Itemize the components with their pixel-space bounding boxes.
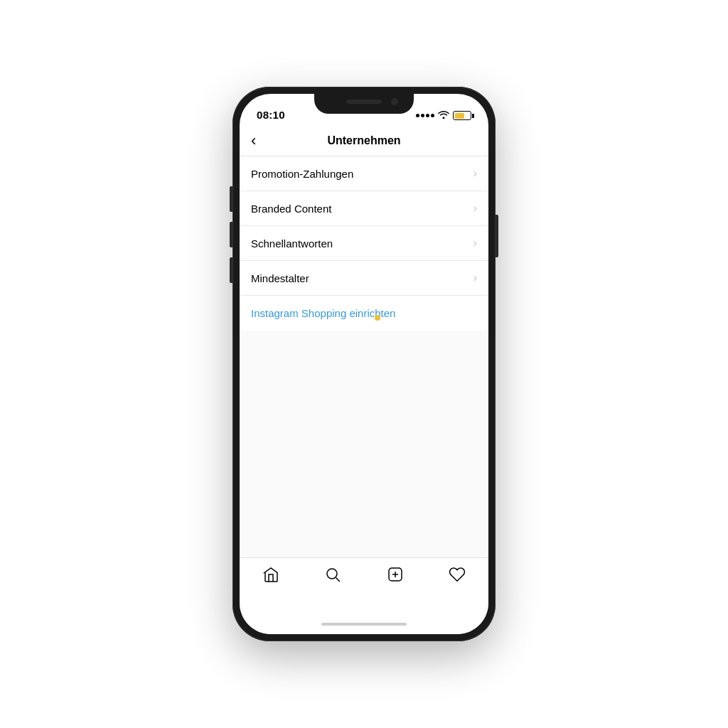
menu-item-label-quick-replies: Schnellantworten	[251, 237, 333, 250]
volume-down-button	[230, 257, 232, 283]
menu-item-label-branded: Branded Content	[251, 203, 331, 215]
chevron-right-icon: ›	[473, 202, 477, 215]
menu-list: Promotion-Zahlungen › Branded Content › …	[240, 156, 488, 331]
heart-icon	[448, 565, 466, 584]
tab-home[interactable]	[253, 565, 289, 584]
battery-icon	[453, 111, 471, 120]
menu-item-branded-content[interactable]: Branded Content ›	[240, 191, 488, 226]
signal-icon	[416, 114, 434, 117]
home-indicator	[240, 614, 488, 634]
menu-item-quick-replies[interactable]: Schnellantworten ›	[240, 226, 488, 261]
tab-search[interactable]	[315, 565, 350, 584]
wifi-icon	[438, 110, 449, 121]
home-icon	[262, 565, 280, 584]
menu-item-minimum-age[interactable]: Mindestalter ›	[240, 261, 488, 296]
phone-frame: 08:10	[232, 87, 496, 641]
tab-activity[interactable]	[439, 565, 475, 584]
menu-item-promotion[interactable]: Promotion-Zahlungen ›	[240, 156, 488, 191]
notch	[314, 94, 414, 114]
status-icons	[416, 110, 471, 121]
home-bar	[321, 623, 407, 626]
volume-up-button	[230, 222, 232, 247]
tab-create[interactable]	[378, 565, 413, 584]
content-area: Promotion-Zahlungen › Branded Content › …	[240, 156, 488, 557]
front-camera	[391, 98, 398, 105]
speaker	[346, 100, 382, 104]
menu-item-label-min-age: Mindestalter	[251, 272, 309, 284]
search-icon	[323, 565, 342, 584]
navigation-header: ‹ Unternehmen	[240, 125, 488, 156]
tab-bar	[240, 557, 488, 614]
instagram-shopping-link-label: Instagram Shopping einrichten	[251, 307, 395, 319]
chevron-right-icon: ›	[473, 272, 477, 284]
status-time: 08:10	[257, 109, 285, 121]
phone-screen: 08:10	[240, 94, 488, 634]
menu-item-label-promotion: Promotion-Zahlungen	[251, 168, 353, 180]
page-title: Unternehmen	[327, 134, 400, 147]
back-button[interactable]: ‹	[251, 133, 256, 149]
svg-point-0	[327, 569, 337, 579]
notification-dot	[375, 315, 380, 321]
chevron-right-icon: ›	[473, 237, 477, 250]
svg-line-1	[336, 578, 341, 582]
add-icon	[386, 565, 405, 584]
menu-item-instagram-shopping[interactable]: Instagram Shopping einrichten	[240, 296, 488, 331]
chevron-right-icon: ›	[473, 167, 477, 180]
